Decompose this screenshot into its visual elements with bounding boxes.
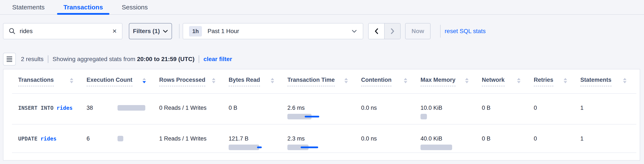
col-header-max-memory[interactable]: Max Memory xyxy=(420,77,482,86)
divider xyxy=(48,55,48,63)
col-header-contention[interactable]: Contention xyxy=(361,77,420,86)
latency-marker xyxy=(257,146,262,148)
sort-icon xyxy=(564,78,567,83)
reset-sql-stats-link[interactable]: reset SQL stats xyxy=(445,23,486,39)
time-range-label: Past 1 Hour xyxy=(208,28,346,34)
next-window-button[interactable] xyxy=(384,24,400,39)
table-row: INSERT INTO rides 38 0 Reads / 1 Writes … xyxy=(4,94,640,124)
col-header-statements[interactable]: Statements xyxy=(580,77,640,86)
now-button[interactable]: Now xyxy=(405,23,430,39)
max-memory-cell: 10.0 KiB xyxy=(420,94,482,119)
latency-marker xyxy=(301,146,318,148)
sort-icon xyxy=(517,78,520,83)
col-header-rows-processed[interactable]: Rows Processed xyxy=(159,77,229,86)
chevron-down-icon xyxy=(352,30,357,33)
table-row: UPDATE rides 6 1 Reads / 1 Writes 121.7 … xyxy=(4,124,640,152)
results-count: 2 results xyxy=(21,56,44,62)
clear-filter-link[interactable]: clear filter xyxy=(204,56,232,62)
retries-cell: 0 xyxy=(534,124,580,142)
search-input[interactable] xyxy=(20,28,108,34)
sort-icon xyxy=(465,78,468,83)
transactions-table: Transactions Execution Count Rows Proces… xyxy=(3,69,640,160)
chevron-right-icon xyxy=(390,28,394,34)
toolbar-divider xyxy=(179,24,180,38)
time-range-picker[interactable]: 1h Past 1 Hour xyxy=(183,23,363,39)
execution-count-cell: 6 xyxy=(86,124,159,142)
sort-icon xyxy=(142,78,146,83)
transaction-time-cell: 2.6 ms xyxy=(288,94,361,119)
rows-processed-cell: 1 Reads / 1 Writes xyxy=(159,124,229,142)
chevron-down-icon xyxy=(163,30,168,33)
clear-search-icon[interactable]: ✕ xyxy=(112,28,117,34)
col-header-network[interactable]: Network xyxy=(482,77,534,86)
sql-keyword: UPDATE xyxy=(18,136,38,142)
col-header-transactions[interactable]: Transactions xyxy=(18,77,86,86)
transaction-time-bar xyxy=(288,114,361,119)
network-cell: 0 B xyxy=(482,124,534,142)
table-name-link[interactable]: rides xyxy=(56,105,73,111)
statements-cell: 1 xyxy=(580,94,640,111)
bytes-read-cell: 0 B xyxy=(229,94,288,111)
time-window-pagination xyxy=(368,23,401,39)
previous-window-button[interactable] xyxy=(368,24,384,39)
table-bottom-padding xyxy=(4,153,640,160)
aggregation-range: 20:00 to 21:59 (UTC) xyxy=(137,56,194,62)
retries-cell: 0 xyxy=(534,94,580,111)
tab-sessions[interactable]: Sessions xyxy=(122,0,148,14)
sort-icon xyxy=(344,78,348,83)
search-box[interactable]: ✕ xyxy=(3,23,122,39)
list-columns-icon xyxy=(6,56,12,62)
results-bar: 2 results Showing aggregated stats from … xyxy=(3,53,232,66)
execution-count-bar xyxy=(118,105,145,110)
table-header-row: Transactions Execution Count Rows Proces… xyxy=(4,70,640,93)
execution-count-cell: 38 xyxy=(86,94,159,111)
divider xyxy=(199,55,199,63)
column-selector-button[interactable] xyxy=(3,53,16,66)
contention-cell: 0.0 ns xyxy=(361,124,420,142)
search-icon xyxy=(8,28,16,35)
network-cell: 0 B xyxy=(482,94,534,111)
rows-processed-cell: 0 Reads / 1 Writes xyxy=(159,94,229,111)
max-memory-bar xyxy=(420,144,482,150)
col-header-transaction-time[interactable]: Transaction Time xyxy=(288,77,361,86)
transaction-time-cell: 2.3 ms xyxy=(288,124,361,150)
max-memory-bar xyxy=(420,114,482,119)
sort-icon xyxy=(271,78,274,83)
contention-cell: 0.0 ns xyxy=(361,94,420,111)
bytes-read-bar xyxy=(229,144,288,150)
transaction-time-bar xyxy=(288,144,361,150)
transaction-fingerprint-cell: INSERT INTO rides xyxy=(18,94,86,111)
tab-statements[interactable]: Statements xyxy=(12,0,45,14)
chevron-left-icon xyxy=(374,28,378,34)
sort-icon xyxy=(212,78,216,83)
tab-bar: Statements Transactions Sessions xyxy=(0,0,644,15)
toolbar-divider xyxy=(440,25,440,38)
filters-label: Filters (1) xyxy=(133,28,160,34)
latency-marker xyxy=(305,116,319,118)
tab-transactions[interactable]: Transactions xyxy=(64,0,103,14)
transaction-fingerprint-cell: UPDATE rides xyxy=(18,124,86,142)
bytes-read-cell: 121.7 B xyxy=(229,124,288,150)
sort-icon xyxy=(70,78,73,83)
sql-keyword: INSERT INTO xyxy=(18,105,54,111)
col-header-retries[interactable]: Retries xyxy=(534,77,580,86)
table-name-link[interactable]: rides xyxy=(40,136,56,142)
col-header-bytes-read[interactable]: Bytes Read xyxy=(229,77,288,86)
statements-cell: 1 xyxy=(580,124,640,142)
max-memory-cell: 40.0 KiB xyxy=(420,124,482,150)
showing-stats-text: Showing aggregated stats from 20:00 to 2… xyxy=(52,56,195,62)
time-range-badge: 1h xyxy=(189,26,202,36)
execution-count-bar xyxy=(118,136,123,141)
sort-icon xyxy=(623,78,626,83)
col-header-execution-count[interactable]: Execution Count xyxy=(86,77,159,86)
sort-icon xyxy=(404,78,407,83)
filters-button[interactable]: Filters (1) xyxy=(129,23,172,39)
